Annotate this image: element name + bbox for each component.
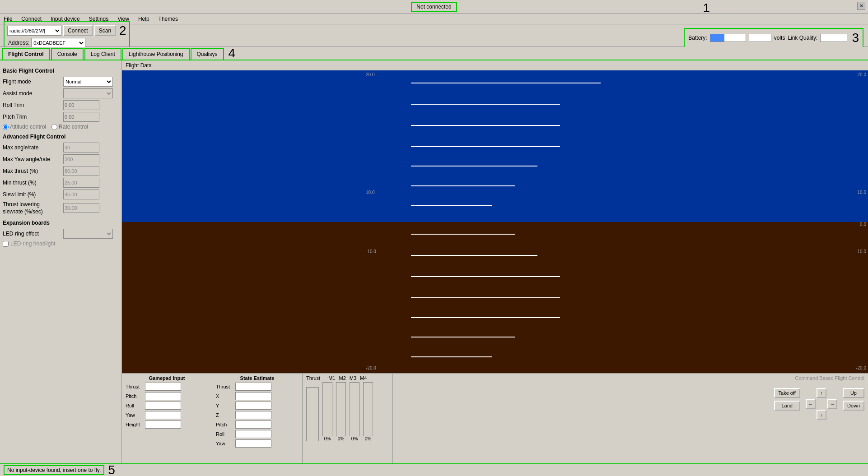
menu-help[interactable]: Help <box>136 15 151 23</box>
cmd-left-arrow[interactable]: ← <box>806 399 816 409</box>
battery-group: Battery: volts Link Quality: 3 <box>684 28 863 48</box>
slew-limit-label: SlewLimit (%) <box>3 191 61 198</box>
toolbar: radio://0/80/2M/[ Connect Scan 2 Address… <box>0 24 868 47</box>
slew-limit-input[interactable] <box>63 189 99 199</box>
link-quality-label: Link Quality: <box>788 35 817 41</box>
gamepad-yaw-input[interactable] <box>145 411 181 419</box>
led-headlight-label[interactable]: LED-ring headlight <box>3 240 55 247</box>
connection-group: radio://0/80/2M/[ Connect Scan 2 Address… <box>4 21 130 51</box>
max-thrust-input[interactable] <box>63 166 99 176</box>
state-thrust-input[interactable] <box>235 383 271 391</box>
tab-lighthouse[interactable]: Lighthouse Positioning <box>122 48 190 60</box>
pitch-trim-input[interactable] <box>63 112 99 122</box>
thrust-lower-input[interactable] <box>63 203 99 213</box>
take-off-button[interactable]: Take off <box>774 388 800 398</box>
flight-mode-select[interactable]: Normal Advanced <box>63 77 113 87</box>
gamepad-pitch-label: Pitch <box>126 393 144 399</box>
scan-button[interactable]: Scan <box>94 25 116 36</box>
down-button[interactable]: Down <box>843 401 864 411</box>
thrust-lower-row: Thrust lowering slewrate (%/sec) <box>3 201 119 215</box>
gamepad-roll-input[interactable] <box>145 402 181 410</box>
gamepad-pitch-input[interactable] <box>145 392 181 400</box>
attitude-line-b1 <box>411 234 515 235</box>
tabs-bar: Flight Control Console Log Client Lighth… <box>0 47 868 60</box>
attitude-control-label[interactable]: Attitude control <box>3 124 46 130</box>
right-panel: Flight Data 20.0 20.0 10.0 10.0 <box>122 60 868 463</box>
max-yaw-label: Max Yaw angle/rate <box>3 156 61 162</box>
battery-bar <box>710 34 746 42</box>
min-thrust-input[interactable] <box>63 178 99 188</box>
link-quality-input[interactable] <box>820 34 847 42</box>
tab-log-client[interactable]: Log Client <box>84 48 121 60</box>
led-ring-row: LED-ring effect <box>3 229 119 239</box>
max-angle-label: Max angle/rate <box>3 144 61 151</box>
main-content: Basic Flight Control Flight mode Normal … <box>0 60 868 463</box>
roll-trim-input[interactable] <box>63 100 99 110</box>
assist-mode-label: Assist mode <box>3 90 61 97</box>
state-estimate-title: State Estimate <box>216 375 299 381</box>
state-z-input[interactable] <box>235 411 271 419</box>
state-z-row: Z <box>216 411 299 419</box>
gamepad-panel: Gamepad Input Thrust Pitch Roll Yaw <box>122 374 212 463</box>
flight-mode-row: Flight mode Normal Advanced <box>3 77 119 87</box>
gamepad-thrust-input[interactable] <box>145 383 181 391</box>
led-ring-select[interactable] <box>63 229 113 239</box>
state-pitch-row: Pitch <box>216 421 299 429</box>
gamepad-height-input[interactable] <box>145 421 181 429</box>
chart-label-neg20-right: -20.0 <box>856 365 866 370</box>
close-button[interactable]: ✕ <box>857 2 865 10</box>
radio-select[interactable]: radio://0/80/2M/[ <box>7 26 61 36</box>
tab-flight-control[interactable]: Flight Control <box>2 48 50 60</box>
state-x-row: X <box>216 392 299 400</box>
state-yaw-label: Yaw <box>216 441 234 446</box>
state-roll-row: Roll <box>216 430 299 438</box>
attitude-line-2 <box>411 104 560 105</box>
state-y-input[interactable] <box>235 402 271 410</box>
thrust-label: Thrust <box>306 375 320 381</box>
led-headlight-checkbox[interactable] <box>3 241 9 247</box>
state-yaw-input[interactable] <box>235 439 271 448</box>
chart-label-20-right-top: 20.0 <box>858 72 866 77</box>
max-yaw-input[interactable] <box>63 154 99 164</box>
connect-button[interactable]: Connect <box>63 25 93 36</box>
rate-control-radio[interactable] <box>51 124 57 130</box>
tab-qualisys[interactable]: Qualisys <box>191 48 224 60</box>
led-ring-label: LED-ring effect <box>3 231 61 237</box>
annotation-3: 3 <box>852 31 859 45</box>
basic-flight-control-title: Basic Flight Control <box>3 68 119 74</box>
up-button[interactable]: Up <box>843 388 864 398</box>
gamepad-yaw-row: Yaw <box>126 411 208 419</box>
tab-console[interactable]: Console <box>51 48 84 60</box>
led-headlight-row: LED-ring headlight <box>3 240 119 247</box>
gamepad-thrust-row: Thrust <box>126 383 208 391</box>
gamepad-height-label: Height <box>126 422 144 427</box>
max-angle-input[interactable] <box>63 143 99 153</box>
battery-fill <box>710 34 724 42</box>
battery-label: Battery: <box>688 35 707 41</box>
cmd-up-arrow[interactable]: ↑ <box>817 388 826 398</box>
max-thrust-label: Max thrust (%) <box>3 168 61 174</box>
rate-control-label[interactable]: Rate control <box>51 124 88 130</box>
state-pitch-input[interactable] <box>235 421 271 429</box>
attitude-line-b6 <box>411 337 515 337</box>
slew-limit-row: SlewLimit (%) <box>3 189 119 199</box>
roll-trim-row: Roll Trim <box>3 100 119 110</box>
state-roll-label: Roll <box>216 431 234 437</box>
land-button[interactable]: Land <box>774 401 800 411</box>
pitch-trim-row: Pitch Trim <box>3 112 119 122</box>
gamepad-roll-label: Roll <box>126 403 144 408</box>
attitude-control-radio[interactable] <box>3 124 9 130</box>
volts-input[interactable] <box>749 34 771 42</box>
menu-themes[interactable]: Themes <box>157 15 180 23</box>
state-x-input[interactable] <box>235 392 271 400</box>
address-label: Address: <box>8 40 29 46</box>
thrust-motors-panel: Thrust M1 M2 M3 M4 0% <box>303 374 393 463</box>
chart-label-neg20-left: -20.0 <box>366 365 376 370</box>
cmd-down-arrow[interactable]: ↓ <box>817 410 826 420</box>
chart-label-neg10-right: -10.0 <box>856 249 866 254</box>
state-roll-input[interactable] <box>235 430 271 438</box>
assist-mode-select[interactable] <box>63 88 113 98</box>
address-select[interactable]: 0xDEADBEEF <box>31 38 85 48</box>
cmd-right-arrow[interactable]: → <box>827 399 837 409</box>
flight-mode-label: Flight mode <box>3 79 61 85</box>
